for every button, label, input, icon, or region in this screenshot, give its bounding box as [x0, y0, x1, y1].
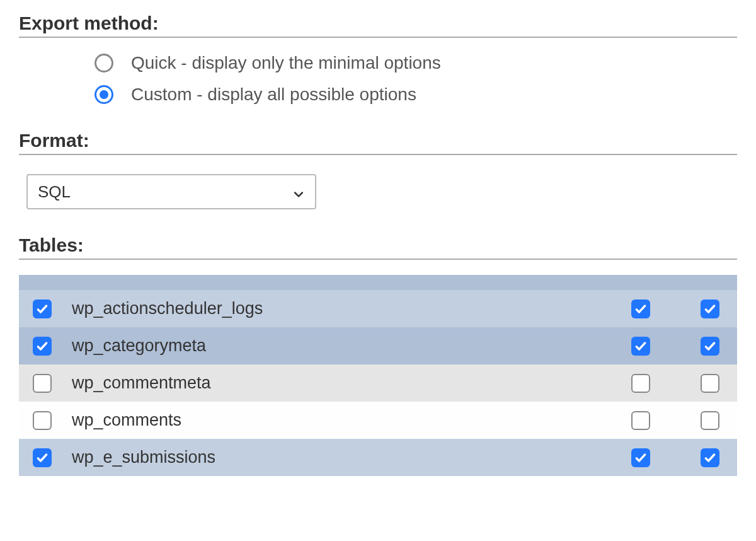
chevron-down-icon: [292, 185, 305, 198]
table-name-label: wp_categorymeta: [72, 336, 631, 356]
row-right-checkboxes: [631, 411, 723, 430]
row-select-checkbox[interactable]: [33, 374, 52, 393]
table-name-label: wp_comments: [72, 410, 631, 430]
data-checkbox[interactable]: [701, 411, 719, 430]
row-select-checkbox[interactable]: [33, 337, 52, 356]
structure-checkbox[interactable]: [631, 300, 650, 318]
data-checkbox[interactable]: [701, 374, 719, 393]
row-right-checkboxes: [631, 374, 723, 393]
table-row[interactable]: wp_commentmeta: [19, 364, 737, 402]
row-right-checkboxes: [631, 448, 723, 467]
table-row[interactable]: wp_actionscheduler_logs: [19, 290, 737, 327]
table-row[interactable]: wp_categorymeta: [19, 327, 737, 364]
format-select[interactable]: SQL: [26, 174, 316, 209]
radio-icon: [94, 54, 113, 73]
data-checkbox[interactable]: [701, 448, 719, 467]
table-row[interactable]: wp_comments: [19, 402, 737, 439]
structure-checkbox[interactable]: [631, 337, 650, 356]
radio-label: Quick - display only the minimal options: [131, 53, 441, 73]
export-method-radio-group: Quick - display only the minimal options…: [19, 53, 737, 105]
data-checkbox[interactable]: [701, 337, 719, 356]
radio-icon: [94, 85, 113, 104]
export-method-heading: Export method:: [19, 13, 737, 38]
radio-option-custom[interactable]: Custom - display all possible options: [94, 84, 737, 105]
table-row[interactable]: wp_e_submissions: [19, 439, 737, 476]
radio-option-quick[interactable]: Quick - display only the minimal options: [94, 53, 737, 73]
table-name-label: wp_commentmeta: [72, 373, 631, 393]
table-header-partial: [19, 275, 737, 290]
table-name-label: wp_actionscheduler_logs: [72, 299, 631, 318]
format-heading: Format:: [19, 130, 737, 155]
tables-list: wp_actionscheduler_logswp_categorymetawp…: [19, 275, 737, 476]
row-select-checkbox[interactable]: [33, 411, 52, 430]
structure-checkbox[interactable]: [631, 448, 650, 467]
row-right-checkboxes: [631, 300, 723, 318]
row-right-checkboxes: [631, 337, 723, 356]
radio-label: Custom - display all possible options: [131, 84, 416, 105]
format-selected-value: SQL: [38, 182, 71, 202]
table-name-label: wp_e_submissions: [72, 448, 631, 467]
row-select-checkbox[interactable]: [33, 300, 52, 318]
structure-checkbox[interactable]: [631, 411, 650, 430]
data-checkbox[interactable]: [701, 300, 719, 318]
structure-checkbox[interactable]: [631, 374, 650, 393]
tables-heading: Tables:: [19, 235, 737, 260]
row-select-checkbox[interactable]: [33, 448, 52, 467]
